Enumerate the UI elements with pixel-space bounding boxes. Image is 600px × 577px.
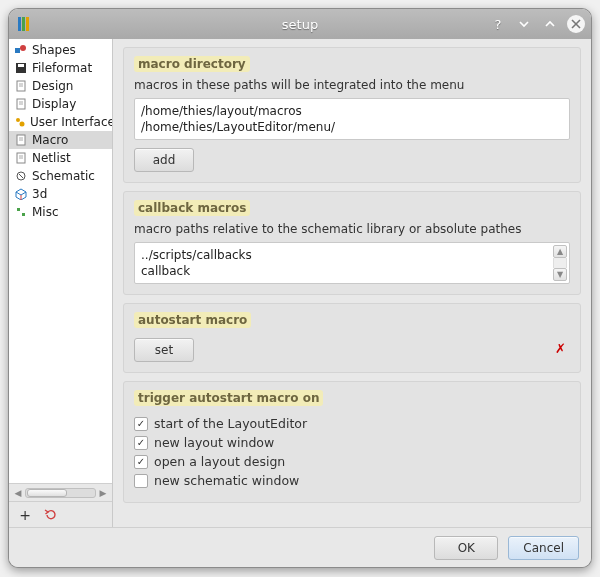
group-macro-directory: macro directory macros in these paths wi…	[123, 47, 581, 183]
group-autostart-macro: autostart macro set ✗	[123, 303, 581, 373]
sidebar-item-label: Misc	[32, 205, 59, 219]
doc-icon	[14, 97, 28, 111]
sidebar-item-3d[interactable]: 3d	[9, 185, 112, 203]
shapes-icon	[14, 43, 28, 57]
sidebar-item-label: Netlist	[32, 151, 71, 165]
plus-icon[interactable]: +	[17, 507, 33, 523]
sidebar-toolbar: +	[9, 501, 112, 527]
group-description: macros in these paths will be integrated…	[134, 78, 570, 92]
checkbox-label: open a layout design	[154, 454, 285, 469]
list-item[interactable]: /home/thies/layout/macros	[141, 103, 563, 119]
group-callback-macros: callback macros macro paths relative to …	[123, 191, 581, 295]
list-item[interactable]: /home/thies/LayoutEditor/menu/	[141, 119, 563, 135]
group-trigger-autostart: trigger autostart macro on start of the …	[123, 381, 581, 503]
checkbox-label: start of the LayoutEditor	[154, 416, 307, 431]
misc-icon	[14, 205, 28, 219]
sidebar-hscroll[interactable]: ◀ ▶	[9, 483, 112, 501]
trigger-option[interactable]: open a layout design	[134, 454, 570, 469]
add-button[interactable]: add	[134, 148, 194, 172]
titlebar[interactable]: setup ?	[9, 9, 591, 39]
group-title: trigger autostart macro on	[134, 390, 323, 406]
scroll-thumb[interactable]	[27, 489, 67, 497]
scroll-left-icon[interactable]: ◀	[11, 486, 25, 500]
sidebar-item-label: Schematic	[32, 169, 95, 183]
trigger-option[interactable]: new layout window	[134, 435, 570, 450]
sidebar-item-label: Display	[32, 97, 76, 111]
sidebar-item-schematic[interactable]: Schematic	[9, 167, 112, 185]
svg-rect-24	[22, 213, 25, 216]
list-item[interactable]: callback	[141, 263, 551, 279]
list-item[interactable]: ../scripts/callbacks	[141, 247, 551, 263]
svg-point-12	[16, 118, 20, 122]
sidebar-item-misc[interactable]: Misc	[9, 203, 112, 221]
sidebar-item-label: User Interface	[30, 115, 112, 129]
clear-autostart-icon[interactable]: ✗	[555, 341, 570, 356]
callback-macros-list[interactable]: ../scripts/callbackscallback ▲ ▼	[134, 242, 570, 284]
scroll-down-icon[interactable]: ▼	[553, 268, 567, 281]
checkbox-icon[interactable]	[134, 474, 148, 488]
doc-icon	[14, 151, 28, 165]
group-description: macro paths relative to the schematic li…	[134, 222, 570, 236]
svg-line-21	[19, 174, 23, 178]
doc-icon	[14, 133, 28, 147]
svg-rect-23	[17, 208, 20, 211]
category-list: ShapesFileformatDesignDisplayUser Interf…	[9, 39, 112, 483]
disk-icon	[14, 61, 28, 75]
checkbox-label: new layout window	[154, 435, 274, 450]
schem-icon	[14, 169, 28, 183]
sidebar-item-label: Design	[32, 79, 73, 93]
sidebar-item-label: Shapes	[32, 43, 76, 57]
scroll-right-icon[interactable]: ▶	[96, 486, 110, 500]
window-buttons: ?	[489, 15, 585, 33]
trigger-option[interactable]: new schematic window	[134, 473, 570, 488]
ok-button[interactable]: OK	[434, 536, 498, 560]
setup-dialog: setup ? ShapesFileformatDesignDisplayUse…	[8, 8, 592, 568]
sidebar-item-fileformat[interactable]: Fileformat	[9, 59, 112, 77]
ui-icon	[14, 115, 26, 129]
sidebar-item-netlist[interactable]: Netlist	[9, 149, 112, 167]
category-sidebar: ShapesFileformatDesignDisplayUser Interf…	[9, 39, 113, 527]
list-vscroll[interactable]: ▲ ▼	[553, 245, 567, 281]
sidebar-item-macro[interactable]: Macro	[9, 131, 112, 149]
sidebar-item-shapes[interactable]: Shapes	[9, 41, 112, 59]
checkbox-label: new schematic window	[154, 473, 299, 488]
help-icon[interactable]: ?	[489, 15, 507, 33]
sidebar-item-display[interactable]: Display	[9, 95, 112, 113]
sidebar-item-label: 3d	[32, 187, 47, 201]
sidebar-item-user-interface[interactable]: User Interface	[9, 113, 112, 131]
3d-icon	[14, 187, 28, 201]
checkbox-icon[interactable]	[134, 417, 148, 431]
scroll-track[interactable]	[25, 488, 96, 498]
sidebar-item-label: Fileformat	[32, 61, 92, 75]
sidebar-item-design[interactable]: Design	[9, 77, 112, 95]
cancel-button[interactable]: Cancel	[508, 536, 579, 560]
group-title: autostart macro	[134, 312, 251, 328]
group-title: macro directory	[134, 56, 250, 72]
scroll-up-icon[interactable]: ▲	[553, 245, 567, 258]
checkbox-icon[interactable]	[134, 455, 148, 469]
svg-rect-2	[15, 48, 20, 53]
svg-rect-5	[18, 64, 24, 67]
checkbox-icon[interactable]	[134, 436, 148, 450]
reset-icon[interactable]	[43, 507, 59, 523]
app-icon	[15, 15, 33, 33]
macro-directory-list[interactable]: /home/thies/layout/macros/home/thies/Lay…	[134, 98, 570, 140]
svg-point-13	[20, 122, 25, 127]
minimize-icon[interactable]	[515, 15, 533, 33]
doc-icon	[14, 79, 28, 93]
close-icon[interactable]	[567, 15, 585, 33]
dialog-footer: OK Cancel	[9, 527, 591, 567]
svg-point-3	[20, 45, 26, 51]
settings-pane: macro directory macros in these paths wi…	[113, 39, 591, 527]
set-button[interactable]: set	[134, 338, 194, 362]
maximize-icon[interactable]	[541, 15, 559, 33]
trigger-option[interactable]: start of the LayoutEditor	[134, 416, 570, 431]
sidebar-item-label: Macro	[32, 133, 68, 147]
group-title: callback macros	[134, 200, 250, 216]
